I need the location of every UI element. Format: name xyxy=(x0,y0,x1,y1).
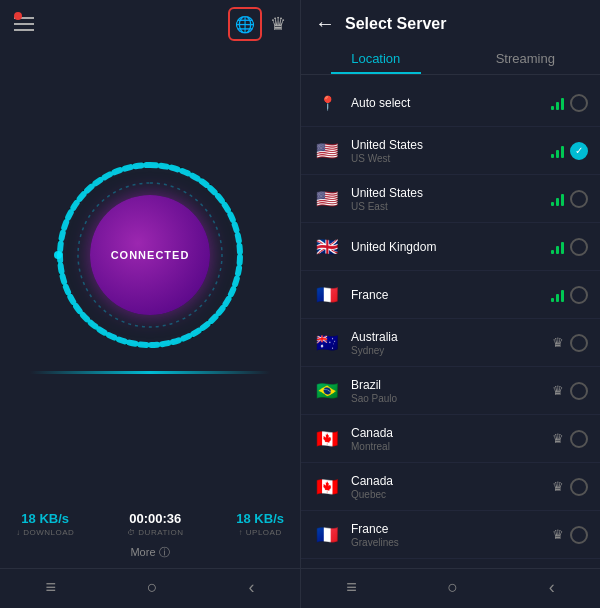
flag-icon-ca-que: 🇨🇦 xyxy=(313,477,341,497)
radio-br[interactable] xyxy=(570,382,588,400)
download-stat: 18 KB/s ↓ DOWNLOAD xyxy=(16,511,74,537)
tabs-row: Location Streaming xyxy=(301,43,600,75)
right-nav-menu-icon[interactable]: ≡ xyxy=(346,577,357,598)
radio-uk[interactable] xyxy=(570,238,588,256)
server-sub-ca-mtl: Montreal xyxy=(351,441,542,452)
tab-streaming[interactable]: Streaming xyxy=(451,43,601,74)
flag-icon-auto: 📍 xyxy=(313,93,341,113)
nav-back-icon[interactable]: ‹ xyxy=(249,577,255,598)
flag-icon-br: 🇧🇷 xyxy=(313,381,341,401)
server-right-auto xyxy=(551,94,588,112)
download-value: 18 KB/s xyxy=(21,511,69,526)
server-right-au: ♛ xyxy=(552,334,588,352)
server-list: 📍Auto select🇺🇸United StatesUS West🇺🇸Unit… xyxy=(301,79,600,568)
server-name-ca-mtl: Canada xyxy=(351,426,542,440)
more-button[interactable]: More ⓘ xyxy=(0,541,300,568)
radio-ca-mtl[interactable] xyxy=(570,430,588,448)
server-right-fr-grav: ♛ xyxy=(552,526,588,544)
server-info-br: BrazilSao Paulo xyxy=(351,378,542,404)
flag-icon-us-west: 🇺🇸 xyxy=(313,141,341,161)
server-info-ca-que: CanadaQuebec xyxy=(351,474,542,500)
flag-icon-us-east: 🇺🇸 xyxy=(313,189,341,209)
server-item-uk[interactable]: 🇬🇧United Kingdom xyxy=(301,223,600,271)
upload-stat: 18 KB/s ↑ UPLOAD xyxy=(236,511,284,537)
signal-bars-fr xyxy=(551,288,564,302)
right-nav-back-icon[interactable]: ‹ xyxy=(549,577,555,598)
duration-stat: 00:00:36 ⏱ DURATION xyxy=(127,511,183,537)
server-info-uk: United Kingdom xyxy=(351,240,541,254)
radio-ca-que[interactable] xyxy=(570,478,588,496)
red-dot-indicator xyxy=(14,12,22,20)
signal-bars-auto xyxy=(551,96,564,110)
server-right-ca-que: ♛ xyxy=(552,478,588,496)
right-panel: ← Select Server Location Streaming 📍Auto… xyxy=(300,0,600,608)
select-server-title: Select Server xyxy=(345,15,446,33)
server-name-br: Brazil xyxy=(351,378,542,392)
connected-label: CONNECTED xyxy=(111,249,190,261)
upload-value: 18 KB/s xyxy=(236,511,284,526)
server-item-au[interactable]: 🇦🇺AustraliaSydney♛ xyxy=(301,319,600,367)
premium-crown-icon-ca-mtl: ♛ xyxy=(552,431,564,446)
left-panel: 🌐 ♛ CONNECTED xyxy=(0,0,300,608)
right-bottom-nav: ≡ ○ ‹ xyxy=(301,568,600,608)
server-name-au: Australia xyxy=(351,330,542,344)
server-item-us-west[interactable]: 🇺🇸United StatesUS West xyxy=(301,127,600,175)
server-name-uk: United Kingdom xyxy=(351,240,541,254)
vpn-circle-area: CONNECTED xyxy=(0,28,300,501)
server-item-fr-grav[interactable]: 🇫🇷FranceGravelines♛ xyxy=(301,511,600,559)
server-item-ca-mtl[interactable]: 🇨🇦CanadaMontreal♛ xyxy=(301,415,600,463)
nav-home-icon[interactable]: ○ xyxy=(147,577,158,598)
server-sub-br: Sao Paulo xyxy=(351,393,542,404)
server-info-us-west: United StatesUS West xyxy=(351,138,541,164)
radio-us-west[interactable] xyxy=(570,142,588,160)
vpn-status-circle[interactable]: CONNECTED xyxy=(90,195,210,315)
premium-crown-icon-au: ♛ xyxy=(552,335,564,350)
radio-au[interactable] xyxy=(570,334,588,352)
server-right-us-east xyxy=(551,190,588,208)
server-item-br[interactable]: 🇧🇷BrazilSao Paulo♛ xyxy=(301,367,600,415)
nav-menu-icon[interactable]: ≡ xyxy=(45,577,56,598)
left-bottom-nav: ≡ ○ ‹ xyxy=(0,568,300,608)
status-bar-line xyxy=(30,371,270,374)
premium-crown-icon-br: ♛ xyxy=(552,383,564,398)
server-item-ca-que[interactable]: 🇨🇦CanadaQuebec♛ xyxy=(301,463,600,511)
flag-icon-fr-grav: 🇫🇷 xyxy=(313,525,341,545)
server-name-auto: Auto select xyxy=(351,96,541,110)
radio-auto[interactable] xyxy=(570,94,588,112)
server-name-ca-que: Canada xyxy=(351,474,542,488)
stats-row: 18 KB/s ↓ DOWNLOAD 00:00:36 ⏱ DURATION 1… xyxy=(0,501,300,541)
server-item-us-east[interactable]: 🇺🇸United StatesUS East xyxy=(301,175,600,223)
server-info-fr: France xyxy=(351,288,541,302)
signal-bars-us-west xyxy=(551,144,564,158)
server-sub-us-east: US East xyxy=(351,201,541,212)
server-item-auto[interactable]: 📍Auto select xyxy=(301,79,600,127)
server-item-fr[interactable]: 🇫🇷France xyxy=(301,271,600,319)
server-item-fr-paris[interactable]: 🇫🇷FranceParis♛ xyxy=(301,559,600,568)
radio-fr-grav[interactable] xyxy=(570,526,588,544)
tab-location[interactable]: Location xyxy=(301,43,451,74)
server-right-fr xyxy=(551,286,588,304)
radio-us-east[interactable] xyxy=(570,190,588,208)
premium-crown-icon-fr-grav: ♛ xyxy=(552,527,564,542)
server-name-fr: France xyxy=(351,288,541,302)
server-right-uk xyxy=(551,238,588,256)
server-info-ca-mtl: CanadaMontreal xyxy=(351,426,542,452)
server-name-us-east: United States xyxy=(351,186,541,200)
upload-label: ↑ UPLOAD xyxy=(239,528,282,537)
server-right-br: ♛ xyxy=(552,382,588,400)
back-button[interactable]: ← xyxy=(315,12,335,35)
server-name-us-west: United States xyxy=(351,138,541,152)
right-header: ← Select Server xyxy=(301,0,600,43)
signal-bars-uk xyxy=(551,240,564,254)
flag-icon-ca-mtl: 🇨🇦 xyxy=(313,429,341,449)
radio-fr[interactable] xyxy=(570,286,588,304)
server-sub-au: Sydney xyxy=(351,345,542,356)
right-nav-home-icon[interactable]: ○ xyxy=(447,577,458,598)
outer-ring[interactable]: CONNECTED xyxy=(50,155,250,355)
flag-icon-fr: 🇫🇷 xyxy=(313,285,341,305)
duration-value: 00:00:36 xyxy=(129,511,181,526)
server-info-auto: Auto select xyxy=(351,96,541,110)
server-sub-ca-que: Quebec xyxy=(351,489,542,500)
svg-point-3 xyxy=(54,251,62,259)
server-sub-fr-grav: Gravelines xyxy=(351,537,542,548)
